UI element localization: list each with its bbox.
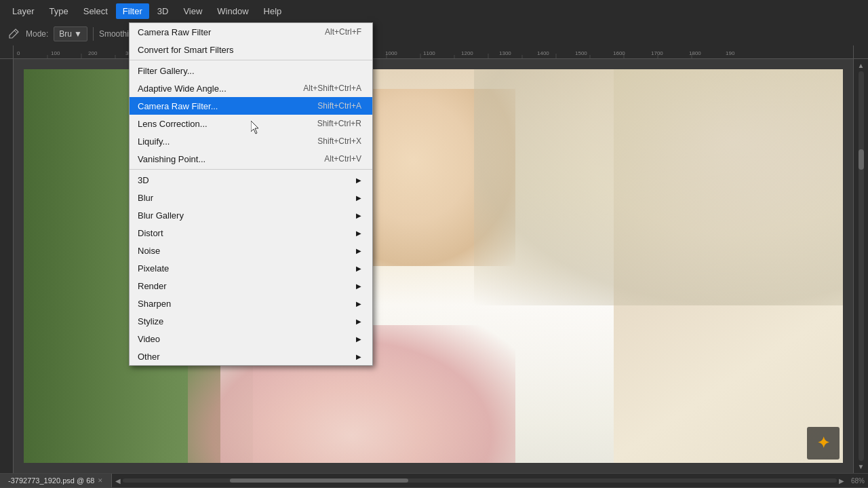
menu-window[interactable]: Window [210, 3, 255, 19]
filter-menu-liquify[interactable]: Liquify... Shift+Ctrl+X [130, 132, 372, 150]
scroll-down-icon[interactable]: ▼ [858, 463, 865, 470]
arrow-render: ▶ [356, 282, 361, 290]
menu-filter[interactable]: Filter [116, 3, 149, 19]
menu-layer[interactable]: Layer [5, 3, 41, 19]
zoom-indicator: 68% [848, 477, 868, 485]
arrow-sharpen: ▶ [356, 300, 361, 307]
filter-menu-blur[interactable]: Blur ▶ [130, 189, 372, 206]
bg-bokeh-top [474, 69, 843, 305]
filter-menu-sharpen[interactable]: Sharpen ▶ [130, 295, 372, 312]
watermark: ✦ [807, 427, 840, 459]
filter-menu-filter-gallery[interactable]: Filter Gallery... [130, 62, 372, 79]
menu-3d[interactable]: 3D [151, 3, 176, 19]
filter-menu-other[interactable]: Other ▶ [130, 348, 372, 365]
arrow-distort: ▶ [356, 229, 361, 237]
filter-menu-camera-raw-top[interactable]: Camera Raw Filter Alt+Ctrl+F [130, 23, 372, 41]
menu-select[interactable]: Select [77, 3, 115, 19]
tab-title: -3792773_1920.psd @ 68 [8, 476, 94, 485]
scroll-thumb[interactable] [859, 149, 864, 170]
separator-1 [93, 27, 94, 41]
h-scroll-track[interactable] [123, 478, 837, 483]
document-tab[interactable]: -3792773_1920.psd @ 68 ✕ [0, 474, 112, 487]
filter-menu-convert-smart[interactable]: Convert for Smart Filters [130, 41, 372, 58]
tab-bar: -3792773_1920.psd @ 68 ✕ ◀ ▶ 68% [0, 473, 868, 488]
brush-icon[interactable] [7, 27, 20, 41]
arrow-noise: ▶ [356, 247, 361, 255]
h-scroll-right-icon[interactable]: ▶ [839, 477, 844, 485]
filter-menu-render[interactable]: Render ▶ [130, 277, 372, 295]
svg-text:1500: 1500 [575, 50, 587, 56]
arrow-other: ▶ [356, 353, 361, 360]
svg-text:1200: 1200 [461, 50, 473, 56]
svg-text:1400: 1400 [537, 50, 549, 56]
menu-help[interactable]: Help [257, 3, 289, 19]
ruler-corner-right [853, 45, 868, 58]
svg-text:1600: 1600 [613, 50, 625, 56]
filter-menu-video[interactable]: Video ▶ [130, 330, 372, 348]
svg-text:190: 190 [726, 50, 735, 56]
filter-menu-3d[interactable]: 3D ▶ [130, 171, 372, 189]
h-scroll-left-icon[interactable]: ◀ [115, 477, 121, 485]
mode-label: Mode: [26, 29, 48, 39]
svg-text:0: 0 [17, 50, 20, 56]
filter-menu-distort[interactable]: Distort ▶ [130, 224, 372, 242]
filter-separator-1 [130, 60, 372, 60]
tab-close-icon[interactable]: ✕ [98, 477, 103, 484]
filter-menu-stylize[interactable]: Stylize ▶ [130, 312, 372, 330]
scroll-track[interactable] [859, 71, 864, 461]
right-scroll-panel: ▲ ▼ [853, 59, 868, 473]
svg-text:200: 200 [88, 50, 98, 56]
svg-text:1100: 1100 [423, 50, 435, 56]
filter-menu-adaptive-wide[interactable]: Adaptive Wide Angle... Alt+Shift+Ctrl+A [130, 79, 372, 97]
arrow-video: ▶ [356, 335, 361, 343]
menu-view[interactable]: View [176, 3, 209, 19]
arrow-3d: ▶ [356, 176, 361, 184]
filter-dropdown-menu: Camera Raw Filter Alt+Ctrl+F Convert for… [129, 22, 373, 366]
arrow-blur-gallery: ▶ [356, 212, 361, 219]
arrow-pixelate: ▶ [356, 265, 361, 272]
filter-menu-pixelate[interactable]: Pixelate ▶ [130, 259, 372, 277]
svg-text:1000: 1000 [385, 50, 397, 56]
h-scroll-area: ◀ ▶ [112, 477, 848, 485]
vertical-ruler: 100 200 300 400 500 [0, 59, 14, 473]
menu-bar: Layer Type Select Filter 3D View Window … [0, 0, 868, 22]
svg-text:1800: 1800 [689, 50, 701, 56]
h-scroll-thumb[interactable] [230, 478, 408, 483]
filter-menu-blur-gallery[interactable]: Blur Gallery ▶ [130, 206, 372, 224]
svg-text:1700: 1700 [651, 50, 663, 56]
filter-menu-noise[interactable]: Noise ▶ [130, 242, 372, 259]
mode-dropdown[interactable]: Bru ▼ [54, 26, 87, 41]
filter-menu-vanishing-point[interactable]: Vanishing Point... Alt+Ctrl+V [130, 150, 372, 168]
arrow-stylize: ▶ [356, 318, 361, 325]
arrow-blur: ▶ [356, 194, 361, 202]
ruler-corner [0, 45, 14, 59]
filter-separator-2 [130, 169, 372, 170]
scroll-up-icon[interactable]: ▲ [858, 62, 865, 69]
filter-menu-lens-correction[interactable]: Lens Correction... Shift+Ctrl+R [130, 115, 372, 132]
filter-menu-camera-raw[interactable]: Camera Raw Filter... Shift+Ctrl+A [130, 97, 372, 115]
menu-type[interactable]: Type [43, 3, 75, 19]
svg-text:1300: 1300 [499, 50, 511, 56]
svg-text:100: 100 [51, 50, 60, 56]
